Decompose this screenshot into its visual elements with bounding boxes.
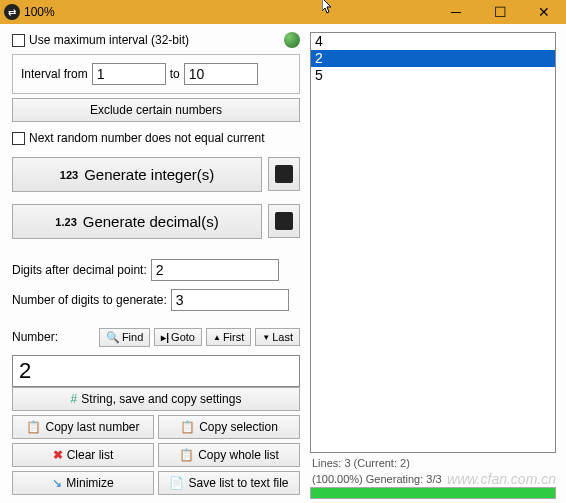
gen-int-label: Generate integer(s) [84,166,214,183]
num-digits-input[interactable] [171,289,289,311]
digits-decimal-input[interactable] [151,259,279,281]
exclude-numbers-label: Exclude certain numbers [90,103,222,117]
app-icon: ⇄ [4,4,20,20]
first-button[interactable]: ▲First [206,328,251,346]
status-lines: Lines: 3 (Current: 2) [310,457,556,469]
exclude-numbers-button[interactable]: Exclude certain numbers [12,98,300,122]
last-icon: ▼ [262,333,270,342]
generate-decimal-button[interactable]: 1.23 Generate decimal(s) [12,204,262,239]
save-icon: 📄 [169,476,184,490]
minimize-window-button[interactable]: ─ [434,0,478,24]
gen-int-prefix: 123 [60,169,78,181]
generate-integer-button[interactable]: 123 Generate integer(s) [12,157,262,192]
goto-icon: ▸| [161,332,169,343]
minimize-icon: ↘ [52,476,62,490]
generate-decimal-stop-button[interactable] [268,204,300,238]
no-repeat-checkbox[interactable] [12,132,25,145]
results-list[interactable]: 425 [310,32,556,453]
gen-dec-prefix: 1.23 [55,216,76,228]
delete-icon: ✖ [53,448,63,462]
goto-button[interactable]: ▸|Goto [154,328,202,346]
maximize-window-button[interactable]: ☐ [478,0,522,24]
close-window-button[interactable]: ✕ [522,0,566,24]
settings-icon: # [71,392,78,406]
stop-icon [275,165,293,183]
copy-last-button[interactable]: 📋 Copy last number [12,415,154,439]
copy-icon: 📋 [26,420,41,434]
search-icon: 🔍 [106,331,120,344]
interval-from-input[interactable] [92,63,166,85]
digits-decimal-label: Digits after decimal point: [12,263,147,277]
list-item[interactable]: 2 [311,50,555,67]
stop-icon [275,212,293,230]
first-icon: ▲ [213,333,221,342]
copy-icon: 📋 [179,448,194,462]
status-progress: (100.00%) Generating: 3/3 [310,473,556,485]
find-button[interactable]: 🔍Find [99,328,150,347]
no-repeat-label: Next random number does not equal curren… [29,131,264,145]
list-item[interactable]: 5 [311,67,555,84]
number-display[interactable] [12,355,300,387]
last-button[interactable]: ▼Last [255,328,300,346]
interval-to-input[interactable] [184,63,258,85]
use-max-interval-checkbox[interactable] [12,34,25,47]
interval-from-label: Interval from [21,67,88,81]
clear-list-button[interactable]: ✖ Clear list [12,443,154,467]
globe-icon[interactable] [284,32,300,48]
number-label: Number: [12,330,58,344]
progress-bar [310,487,556,499]
list-item[interactable]: 4 [311,33,555,50]
generate-integer-stop-button[interactable] [268,157,300,191]
minimize-button[interactable]: ↘ Minimize [12,471,154,495]
interval-to-label: to [170,67,180,81]
num-digits-label: Number of digits to generate: [12,293,167,307]
save-list-button[interactable]: 📄 Save list to text file [158,471,300,495]
string-settings-button[interactable]: # String, save and copy settings [12,387,300,411]
copy-selection-button[interactable]: 📋 Copy selection [158,415,300,439]
gen-dec-label: Generate decimal(s) [83,213,219,230]
window-title: 100% [24,5,55,19]
interval-group: Interval from to [12,54,300,94]
copy-whole-list-button[interactable]: 📋 Copy whole list [158,443,300,467]
cursor-icon [322,4,334,20]
copy-icon: 📋 [180,420,195,434]
use-max-interval-label: Use maximum interval (32-bit) [29,33,189,47]
